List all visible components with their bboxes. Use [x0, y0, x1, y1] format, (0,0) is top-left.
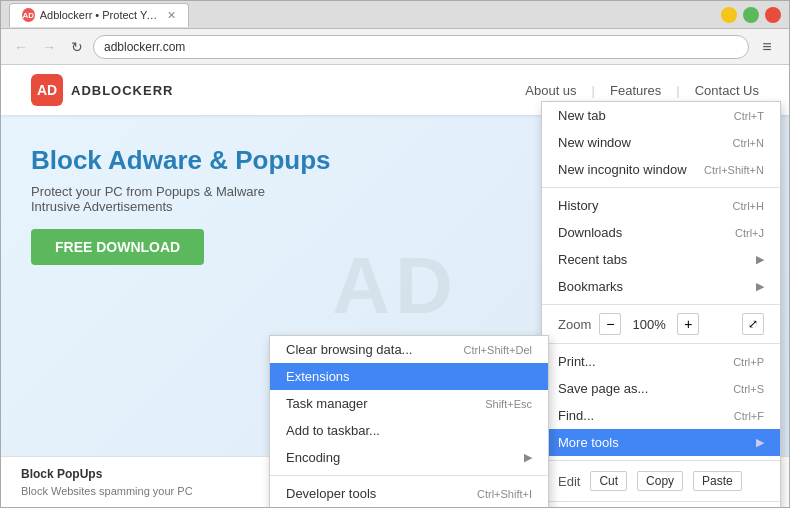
- menu-item-bookmarks[interactable]: Bookmarks ▶: [542, 273, 780, 300]
- chrome-main-menu: New tab Ctrl+TNew window Ctrl+NNew incog…: [541, 101, 781, 507]
- menu-item-history[interactable]: History Ctrl+H: [542, 192, 780, 219]
- menu-separator: [542, 460, 780, 461]
- zoom-in-button[interactable]: +: [677, 313, 699, 335]
- submenu-item-clear-browsing-data---[interactable]: Clear browsing data... Ctrl+Shift+Del: [270, 336, 548, 363]
- submenu-item-task-manager[interactable]: Task manager Shift+Esc: [270, 390, 548, 417]
- zoom-label: Zoom: [558, 317, 591, 332]
- menu-item-label: Print...: [558, 354, 596, 369]
- site-logo: AD ADBLOCKERR: [31, 74, 173, 106]
- page-content: AD ADBLOCKERR About us | Features | Cont…: [1, 65, 789, 507]
- submenu-item-encoding[interactable]: Encoding ▶: [270, 444, 548, 471]
- back-button[interactable]: ←: [9, 35, 33, 59]
- close-button[interactable]: [765, 7, 781, 23]
- paste-button[interactable]: Paste: [693, 471, 742, 491]
- submenu-item-extensions[interactable]: Extensions: [270, 363, 548, 390]
- menu-item-label: New tab: [558, 108, 606, 123]
- zoom-out-button[interactable]: −: [599, 313, 621, 335]
- menu-item-shortcut: Ctrl+Shift+N: [704, 164, 764, 176]
- menu-item-more-tools[interactable]: More tools ▶: [542, 429, 780, 456]
- zoom-row: Zoom − 100% + ⤢: [542, 309, 780, 339]
- menu-item-shortcut: Ctrl+H: [733, 200, 764, 212]
- submenu-item-add-to-taskbar---[interactable]: Add to taskbar...: [270, 417, 548, 444]
- menu-separator: [542, 187, 780, 188]
- feature-title-0: Block PopUps: [21, 467, 257, 481]
- menu-item-label: Save page as...: [558, 381, 648, 396]
- menu-item-shortcut: Ctrl+F: [734, 410, 764, 422]
- nav-separator-2: |: [676, 83, 679, 98]
- title-bar: AD Adblockerr • Protect Your... ✕: [1, 1, 789, 29]
- menu-item-recent-tabs[interactable]: Recent tabs ▶: [542, 246, 780, 273]
- browser-frame: AD Adblockerr • Protect Your... ✕ ← → ↻ …: [0, 0, 790, 508]
- forward-button[interactable]: →: [37, 35, 61, 59]
- menu-separator: [542, 501, 780, 502]
- menu-item-new-tab[interactable]: New tab Ctrl+T: [542, 102, 780, 129]
- feature-desc-0: Block Websites spamming your PC: [21, 485, 257, 497]
- tab-favicon: AD: [22, 8, 35, 22]
- menu-separator: [542, 304, 780, 305]
- menu-separator: [542, 343, 780, 344]
- address-text: adblockerr.com: [104, 40, 185, 54]
- zoom-fullscreen-button[interactable]: ⤢: [742, 313, 764, 335]
- menu-item-new-incognito-window[interactable]: New incognito window Ctrl+Shift+N: [542, 156, 780, 183]
- more-tools-submenu: Clear browsing data... Ctrl+Shift+DelExt…: [269, 335, 549, 507]
- menu-item-find---[interactable]: Find... Ctrl+F: [542, 402, 780, 429]
- copy-button[interactable]: Copy: [637, 471, 683, 491]
- feature-col-0: Block PopUps Block Websites spamming you…: [21, 467, 257, 497]
- submenu-item-shortcut: Shift+Esc: [485, 398, 532, 410]
- menu-item-label: More tools: [558, 435, 619, 450]
- menu-item-settings[interactable]: Settings: [542, 506, 780, 507]
- menu-item-label: Bookmarks: [558, 279, 623, 294]
- edit-label: Edit: [558, 474, 580, 489]
- menu-item-shortcut: ▶: [756, 253, 764, 266]
- tab-close-button[interactable]: ✕: [167, 9, 176, 22]
- menu-item-shortcut: Ctrl+S: [733, 383, 764, 395]
- edit-row: Edit Cut Copy Paste: [542, 465, 780, 497]
- address-bar[interactable]: adblockerr.com: [93, 35, 749, 59]
- browser-tab[interactable]: AD Adblockerr • Protect Your... ✕: [9, 3, 189, 27]
- submenu-item-label: Task manager: [286, 396, 368, 411]
- submenu-item-label: Add to taskbar...: [286, 423, 380, 438]
- chrome-menu-button[interactable]: ≡: [753, 35, 781, 59]
- submenu-separator: [270, 475, 548, 476]
- menu-item-label: Recent tabs: [558, 252, 627, 267]
- site-nav-links: About us | Features | Contact Us: [525, 83, 759, 98]
- minimize-button[interactable]: [721, 7, 737, 23]
- logo-icon: AD: [31, 74, 63, 106]
- menu-item-shortcut: Ctrl+P: [733, 356, 764, 368]
- menu-item-label: New incognito window: [558, 162, 687, 177]
- submenu-item-shortcut: Ctrl+Shift+Del: [464, 344, 532, 356]
- tab-title: Adblockerr • Protect Your...: [40, 9, 159, 21]
- features-link[interactable]: Features: [610, 83, 661, 98]
- maximize-button[interactable]: [743, 7, 759, 23]
- menu-item-shortcut: ▶: [756, 436, 764, 449]
- reload-button[interactable]: ↻: [65, 35, 89, 59]
- submenu-item-developer-tools[interactable]: Developer tools Ctrl+Shift+I: [270, 480, 548, 507]
- menu-item-shortcut: Ctrl+T: [734, 110, 764, 122]
- cut-button[interactable]: Cut: [590, 471, 627, 491]
- menu-item-label: Downloads: [558, 225, 622, 240]
- menu-item-downloads[interactable]: Downloads Ctrl+J: [542, 219, 780, 246]
- submenu-item-label: Extensions: [286, 369, 350, 384]
- zoom-value: 100%: [629, 317, 669, 332]
- menu-item-label: History: [558, 198, 598, 213]
- submenu-item-shortcut: ▶: [524, 451, 532, 464]
- submenu-item-label: Clear browsing data...: [286, 342, 412, 357]
- menu-item-shortcut: ▶: [756, 280, 764, 293]
- menu-item-label: Find...: [558, 408, 594, 423]
- logo-text: ADBLOCKERR: [71, 83, 173, 98]
- menu-item-save-page-as---[interactable]: Save page as... Ctrl+S: [542, 375, 780, 402]
- download-button[interactable]: FREE DOWNLOAD: [31, 229, 204, 265]
- menu-item-shortcut: Ctrl+J: [735, 227, 764, 239]
- menu-item-new-window[interactable]: New window Ctrl+N: [542, 129, 780, 156]
- about-us-link[interactable]: About us: [525, 83, 576, 98]
- menu-item-shortcut: Ctrl+N: [733, 137, 764, 149]
- window-controls: [721, 7, 781, 23]
- nav-separator-1: |: [592, 83, 595, 98]
- menu-item-label: New window: [558, 135, 631, 150]
- menu-item-print---[interactable]: Print... Ctrl+P: [542, 348, 780, 375]
- contact-us-link[interactable]: Contact Us: [695, 83, 759, 98]
- browser-toolbar: ← → ↻ adblockerr.com ≡: [1, 29, 789, 65]
- submenu-item-label: Encoding: [286, 450, 340, 465]
- submenu-item-label: Developer tools: [286, 486, 376, 501]
- submenu-item-shortcut: Ctrl+Shift+I: [477, 488, 532, 500]
